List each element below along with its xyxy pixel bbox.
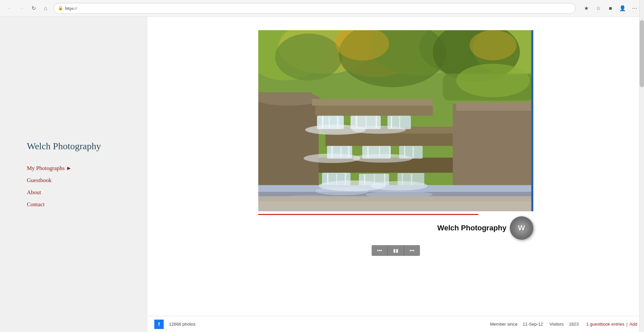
photo-footer: Welch Photography W [258, 211, 533, 242]
url-text: https:// [65, 6, 77, 11]
waterfall-image [258, 30, 533, 211]
slideshow-next-button[interactable]: ••• [404, 245, 420, 256]
page-footer: f 12666 photos Member since 11-Sep-12 Vi… [148, 316, 644, 332]
svg-point-11 [470, 30, 517, 60]
nav-label-guestbook: Guestbook [27, 177, 52, 184]
main-content: Welch Photography W ••• ▮▮ ••• f 12666 p… [148, 17, 644, 332]
nav-label-contact: Contact [27, 201, 45, 208]
slide-btn-group: ••• ▮▮ ••• [372, 245, 420, 256]
profile-button[interactable]: 👤 [617, 3, 628, 14]
brand-logo-inner: W [518, 224, 525, 232]
slideshow-controls: ••• ▮▮ ••• [258, 245, 533, 256]
red-line [258, 214, 533, 215]
blue-accent-bar [531, 30, 533, 211]
nav-buttons: ← → ↻ ⌂ [4, 3, 51, 14]
svg-point-7 [275, 34, 342, 80]
slideshow-prev-button[interactable]: ••• [372, 245, 387, 256]
svg-rect-23 [456, 102, 533, 111]
sidebar: Welch Photography My Photographs ► Guest… [0, 17, 148, 332]
visitor-count: 1823 [569, 322, 579, 327]
svg-rect-34 [399, 116, 400, 129]
svg-point-13 [456, 64, 530, 97]
svg-rect-16 [258, 92, 312, 102]
nav-label-my-photographs: My Photographs [27, 165, 65, 172]
page-layout: Welch Photography My Photographs ► Guest… [0, 17, 644, 332]
brand-logo: W [510, 216, 533, 240]
scrollbar[interactable] [639, 0, 644, 332]
member-since-date: 11-Sep-12 [523, 322, 543, 327]
nav-label-about: About [27, 189, 41, 196]
facebook-icon[interactable]: f [154, 320, 164, 329]
svg-point-66 [304, 154, 361, 163]
browser-actions: ★ ☆ ■ 👤 ⋯ [581, 3, 640, 14]
brand-footer: Welch Photography W [258, 216, 533, 240]
home-button[interactable]: ⌂ [40, 3, 51, 14]
scrollbar-thumb[interactable] [640, 20, 644, 87]
nav-item-my-photographs[interactable]: My Photographs ► [27, 165, 121, 172]
browser-chrome: ← → ↻ ⌂ 🔒 https:// ★ ☆ ■ 👤 ⋯ [0, 0, 644, 17]
photo-count-text: 12666 photos [169, 322, 196, 327]
photo-label: photos [182, 322, 196, 327]
lock-icon: 🔒 [58, 6, 63, 11]
nav-item-contact[interactable]: Contact [27, 201, 121, 208]
svg-rect-45 [413, 146, 414, 158]
svg-point-69 [371, 181, 428, 190]
footer-right: Member since 11-Sep-12 Visitors 1823 1 g… [490, 322, 637, 327]
nav-arrow-my-photographs: ► [66, 165, 72, 172]
visitors-label: Visitors [549, 322, 564, 327]
photo-container: Welch Photography W ••• ▮▮ ••• [258, 30, 533, 256]
reload-button[interactable]: ↻ [28, 3, 39, 14]
svg-rect-63 [258, 201, 533, 211]
settings-button[interactable]: ⋯ [629, 3, 640, 14]
back-button[interactable]: ← [4, 3, 15, 14]
forward-button[interactable]: → [16, 3, 27, 14]
extensions-button[interactable]: ★ [581, 3, 592, 14]
add-guestbook-link[interactable]: Add [630, 322, 637, 327]
nav-menu: My Photographs ► Guestbook About Contact [27, 165, 121, 208]
slideshow-pause-button[interactable]: ▮▮ [388, 245, 404, 256]
member-since-label: Member since [490, 322, 518, 327]
collections-button[interactable]: ■ [605, 3, 616, 14]
svg-point-67 [352, 154, 413, 163]
svg-rect-18 [312, 99, 433, 106]
nav-item-guestbook[interactable]: Guestbook [27, 177, 121, 184]
favorites-button[interactable]: ☆ [593, 3, 604, 14]
photo-frame[interactable] [258, 30, 533, 211]
address-bar[interactable]: 🔒 https:// [54, 3, 576, 14]
site-title: Welch Photography [27, 141, 121, 152]
footer-separator: | [626, 322, 627, 327]
nav-item-about[interactable]: About [27, 189, 121, 196]
guestbook-entries-link[interactable]: 1 guestbook entries [586, 322, 624, 327]
photo-count: 12666 [169, 322, 181, 327]
brand-name-footer: Welch Photography [437, 224, 506, 232]
svg-point-65 [352, 126, 406, 134]
